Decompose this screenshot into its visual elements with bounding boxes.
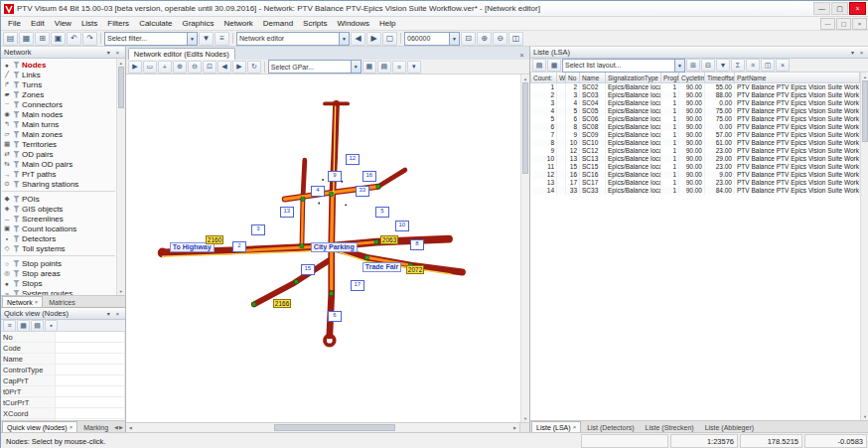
panel-close-icon[interactable]: × — [113, 48, 122, 57]
column-header-count[interactable]: Count: — [531, 73, 557, 83]
open-version-icon[interactable]: ▤ — [3, 32, 18, 46]
gpar-combo[interactable]: Select GPar... ▼ — [268, 60, 362, 74]
panel-close-icon[interactable]: × — [113, 309, 122, 318]
lsa-row[interactable]: 45SC05Epics/Balance local190.0075.00PTV … — [531, 107, 860, 115]
lsa-list-scrollbar[interactable]: ▲ ▼ — [860, 73, 868, 420]
filter-funnel-icon[interactable] — [13, 81, 20, 88]
mdi-restore-button[interactable]: ▢ — [836, 18, 851, 30]
menu-graphics[interactable]: Graphics — [177, 18, 218, 29]
close-icon[interactable]: × — [70, 424, 73, 430]
menu-windows[interactable]: Windows — [333, 18, 374, 29]
scroll-left-icon[interactable]: ◀ — [114, 424, 118, 430]
attribute-row[interactable]: tCurPrT — [1, 397, 124, 408]
open-layout-icon[interactable]: ▤ — [532, 59, 546, 72]
lsa-row[interactable]: 68SC08Epics/Balance local190.000.00PTV B… — [531, 123, 860, 131]
column-header-signalizationtype[interactable]: SignalizationType — [606, 73, 661, 83]
filter-funnel-icon[interactable] — [13, 151, 20, 158]
attribute-row[interactable]: t0PrT — [1, 386, 124, 397]
overview-icon[interactable]: ◫ — [508, 32, 523, 46]
save-layout-icon[interactable]: ▦ — [547, 59, 561, 72]
print-icon[interactable]: ⊞ — [35, 32, 50, 46]
lsa-row[interactable]: 23SC03Epics/Balance local190.0088.00PTV … — [531, 91, 860, 99]
zoom-out-icon[interactable]: ⊖ — [493, 32, 507, 46]
sc-badge[interactable]: 8 — [410, 239, 424, 250]
zoom-rect-icon[interactable]: ⊡ — [461, 32, 476, 46]
network-item-main-nodes[interactable]: ◉Main nodes — [1, 109, 116, 119]
network-item-od-pairs[interactable]: ⇄OD pairs — [1, 149, 116, 159]
filter-funnel-icon[interactable] — [13, 161, 20, 168]
forward-icon[interactable]: ▶ — [366, 32, 381, 46]
save-gpar-icon[interactable]: ▦ — [362, 61, 376, 74]
filter-funnel-icon[interactable] — [13, 91, 20, 98]
network-item-detectors[interactable]: ▪Detectors — [1, 233, 116, 243]
scroll-right-icon[interactable]: ▶ — [119, 424, 123, 430]
column-header-partname[interactable]: PartName — [735, 73, 860, 83]
save-version-icon[interactable]: ▦ — [19, 32, 34, 46]
lsa-row[interactable]: 1115SC15Epics/Balance local190.0023.00PT… — [531, 163, 860, 171]
legend-icon[interactable]: ▾ — [407, 61, 421, 74]
scrollbar-thumb[interactable] — [522, 82, 528, 174]
close-icon[interactable]: × — [573, 424, 577, 430]
next-view-icon[interactable]: ▶ — [232, 61, 246, 74]
sc-badge[interactable]: 13 — [280, 207, 294, 218]
network-item-zones[interactable]: ▰Zones — [1, 89, 116, 99]
pan-icon[interactable]: + — [158, 61, 172, 74]
lsa-row[interactable]: 34SC04Epics/Balance local190.000.00PTV B… — [531, 99, 860, 107]
new-window-icon[interactable]: ▢ — [382, 32, 397, 46]
mdi-minimize-button[interactable]: — — [820, 18, 835, 30]
attribute-row[interactable]: CapPrT — [1, 375, 124, 386]
filter-funnel-icon[interactable] — [13, 131, 20, 138]
sc-badge[interactable]: 3 — [251, 224, 265, 235]
filter-funnel-icon[interactable] — [13, 111, 20, 118]
network-list-scrollbar[interactable]: ▲ ▼ — [116, 59, 125, 295]
zoom-fit-icon[interactable]: ⊡ — [203, 61, 217, 74]
scroll-down-icon[interactable]: ▼ — [521, 414, 529, 422]
pin-icon[interactable]: ▪ — [45, 320, 58, 332]
menu-file[interactable]: File — [3, 18, 26, 29]
chevron-down-icon[interactable]: ▼ — [351, 61, 361, 73]
column-header-timeoffset[interactable]: Timeoffset — [705, 73, 735, 83]
network-item-sharing-stations[interactable]: ⊙Sharing stations — [1, 179, 116, 189]
redo-icon[interactable]: ↷ — [82, 32, 97, 46]
tab-liste-abbieger[interactable]: Liste (Abbieger) — [700, 421, 759, 432]
undo-icon[interactable]: ↶ — [67, 32, 81, 46]
map-horizontal-scrollbar[interactable]: ◀ ▶ — [126, 422, 529, 432]
filter-funnel-icon[interactable]: ▼ — [199, 32, 214, 46]
scroll-up-icon[interactable]: ▲ — [521, 75, 529, 82]
attribute-row[interactable]: Code — [1, 343, 124, 354]
menu-demand[interactable]: Demand — [258, 18, 298, 29]
page-setup-icon[interactable]: ▣ — [51, 32, 66, 46]
select-rect-icon[interactable]: ▭ — [143, 61, 157, 74]
prev-view-icon[interactable]: ◀ — [217, 61, 231, 74]
sc-badge[interactable]: 15 — [301, 264, 315, 275]
attributes-icon[interactable]: ≡ — [746, 59, 760, 72]
menu-scripts[interactable]: Scripts — [298, 18, 332, 29]
network-item-prt-paths[interactable]: →PrT paths — [1, 169, 116, 179]
refresh-icon[interactable]: ↻ — [247, 61, 261, 74]
filter-funnel-icon[interactable] — [13, 245, 20, 252]
map-vertical-scrollbar[interactable]: ▲ ▼ — [520, 75, 529, 422]
lsa-row[interactable]: 810SC10Epics/Balance local190.0061.00PTV… — [531, 139, 860, 147]
tab-quick-view-nodes[interactable]: Quick view (Nodes) × — [2, 421, 77, 432]
zoom-in-icon[interactable]: ⊕ — [173, 61, 187, 74]
panel-close-icon[interactable]: × — [857, 48, 866, 57]
filter-funnel-icon[interactable] — [13, 206, 20, 213]
network-item-pois[interactable]: ◆POIs — [1, 194, 116, 204]
scrollbar-thumb[interactable] — [274, 424, 395, 431]
lsa-row[interactable]: 56SC06Epics/Balance local190.0075.00PTV … — [531, 115, 860, 123]
filter-funnel-icon[interactable] — [13, 171, 20, 178]
filter-funnel-icon[interactable] — [13, 121, 20, 128]
back-icon[interactable]: ◀ — [351, 32, 365, 46]
filter-funnel-icon[interactable] — [13, 72, 20, 78]
lsa-row[interactable]: 1317SC17Epics/Balance local190.0023.00PT… — [531, 179, 860, 187]
scroll-right-icon[interactable]: ▶ — [510, 423, 519, 432]
network-item-stop-points[interactable]: ○Stop points — [1, 258, 116, 268]
filter-funnel-icon[interactable] — [13, 270, 20, 277]
filter-funnel-icon[interactable] — [13, 225, 20, 232]
sc-badge[interactable]: 10 — [395, 221, 409, 231]
lsa-row[interactable]: 912SC12Epics/Balance local190.0023.00PTV… — [531, 147, 860, 155]
edit-gpar-icon[interactable]: ≡ — [392, 61, 406, 74]
menu-filters[interactable]: Filters — [102, 18, 134, 29]
scroll-down-icon[interactable]: ▼ — [117, 287, 125, 295]
filter-funnel-icon[interactable] — [13, 216, 20, 223]
